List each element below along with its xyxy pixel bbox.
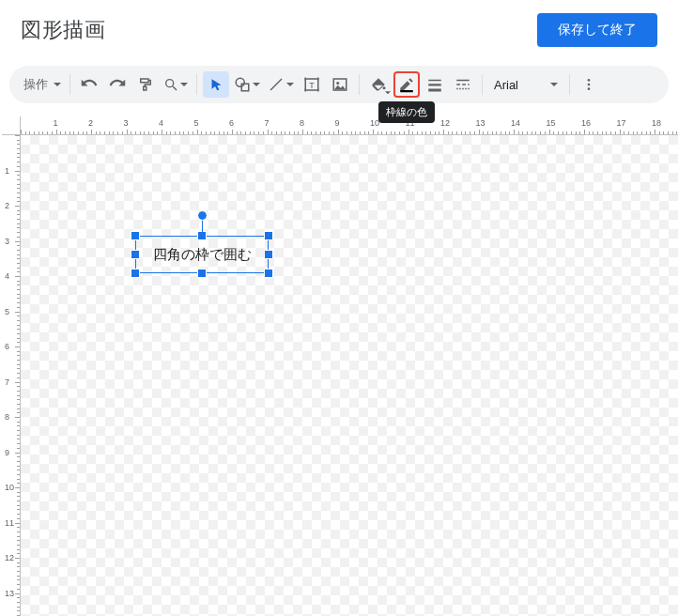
pencil-icon [398,76,415,93]
chevron-down-icon [54,83,61,87]
border-color-button[interactable]: 枠線の色 [393,71,420,98]
line-icon [268,76,285,93]
border-weight-button[interactable] [422,71,448,98]
separator [569,74,570,95]
separator [359,74,360,95]
svg-rect-3 [241,84,249,91]
cursor-icon [208,77,224,93]
chevron-down-icon [253,83,260,87]
tooltip: 枠線の色 [378,101,435,123]
ruler-vertical: 1234567891011121314 [2,135,21,616]
image-icon [331,76,348,93]
textbox-icon: T [303,76,320,93]
svg-rect-14 [400,90,413,92]
ruler-corner [2,116,21,135]
shapes-icon [234,76,251,93]
more-button[interactable] [576,71,602,98]
shape-text: 四角の枠で囲む [153,246,252,264]
more-vertical-icon [581,77,596,92]
separator [482,74,483,95]
chevron-down-icon [385,91,391,95]
paint-format-button[interactable] [132,71,159,98]
svg-point-23 [588,87,591,90]
redo-icon [109,76,126,93]
svg-point-21 [588,79,591,82]
shape-tool[interactable] [231,71,263,98]
line-tool[interactable] [265,71,297,98]
svg-rect-15 [428,80,441,82]
border-weight-icon [426,76,443,93]
workspace: 12345678910111213141516171819 1234567891… [2,116,678,616]
svg-point-0 [166,80,174,87]
svg-rect-17 [428,89,441,92]
chevron-down-icon [286,83,294,87]
separator [196,74,197,95]
font-label: Arial [494,78,548,92]
canvas[interactable]: 四角の枠で囲む [21,135,678,616]
zoom-button[interactable] [161,71,191,98]
image-tool[interactable] [327,71,353,98]
selection-handle[interactable] [198,270,206,277]
selection-handle[interactable] [131,251,139,258]
font-selector[interactable]: Arial [488,71,563,98]
actions-menu[interactable]: 操作 [17,71,64,98]
selection-handle[interactable] [265,270,272,277]
border-dash-button[interactable] [450,71,476,98]
chevron-down-icon [180,83,188,87]
svg-rect-16 [428,84,441,85]
svg-point-13 [383,86,386,89]
svg-line-1 [173,86,177,90]
zoom-icon [163,77,178,92]
toolbar: 操作 T 枠線の色 [9,66,669,103]
select-tool[interactable] [203,71,229,98]
svg-point-22 [588,84,591,86]
svg-line-4 [270,79,282,90]
separator [69,74,70,95]
undo-icon [81,76,98,93]
paint-roller-icon [137,76,154,93]
redo-button[interactable] [104,71,131,98]
chevron-down-icon [550,83,558,87]
svg-text:T: T [309,81,315,90]
border-dash-icon [455,76,471,93]
fill-color-button[interactable] [365,71,392,98]
save-and-close-button[interactable]: 保存して終了 [537,13,657,47]
selected-textbox[interactable]: 四角の枠で囲む [135,236,269,273]
ruler-horizontal: 12345678910111213141516171819 [21,116,678,135]
selection-handle[interactable] [265,251,272,258]
textbox-tool[interactable]: T [299,71,325,98]
svg-point-2 [236,78,244,86]
rotation-handle[interactable] [198,211,207,220]
selection-handle[interactable] [131,270,139,277]
selection-handle[interactable] [265,232,272,239]
actions-label: 操作 [20,76,52,93]
page-title: 図形描画 [21,16,105,44]
svg-point-12 [336,82,339,85]
undo-button[interactable] [76,71,102,98]
selection-handle[interactable] [131,232,139,239]
